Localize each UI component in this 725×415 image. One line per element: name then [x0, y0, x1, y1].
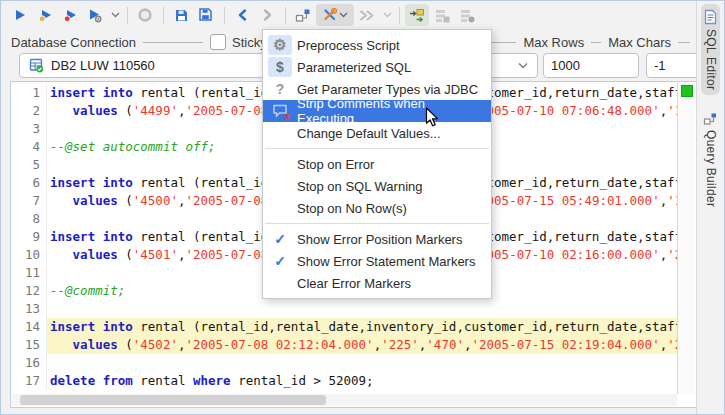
line-number: 1: [12, 84, 47, 102]
line-number: 15: [12, 336, 47, 354]
code-text: [47, 354, 677, 372]
skip-statements-icon: [355, 4, 379, 26]
line-number: 6: [12, 174, 47, 192]
toolbar-separator: [163, 7, 164, 24]
menu-icon-spacer: [268, 198, 292, 218]
max-rows-input[interactable]: [543, 53, 639, 78]
chevron-down-icon: [518, 62, 528, 69]
question-icon: ?: [268, 79, 292, 99]
save-icon[interactable]: [169, 4, 193, 26]
gear-icon: ⚙: [268, 35, 292, 55]
line-number: 11: [12, 264, 47, 282]
code-text: delete from rental where rental_id > 520…: [47, 372, 677, 390]
code-line-16[interactable]: 16: [12, 354, 677, 372]
menu-item-label: Parameterized SQL: [297, 60, 411, 75]
run-current-icon[interactable]: [33, 4, 57, 26]
menu-item-parameterized-sql[interactable]: $Parameterized SQL: [263, 56, 491, 78]
save-as-icon[interactable]: [194, 4, 218, 26]
menu-item-label: Stop on SQL Warning: [297, 179, 423, 194]
line-number: 14: [12, 318, 47, 336]
tab-query-builder[interactable]: Query Builder: [701, 107, 720, 212]
tab-query-builder-label: Query Builder: [704, 130, 718, 207]
toolbar-separator: [285, 7, 286, 24]
code-line-15[interactable]: 15 values ('4502','2005-07-08 02:12:04.0…: [12, 336, 677, 354]
horizontal-scrollbar[interactable]: [12, 394, 677, 406]
line-number: 13: [12, 300, 47, 318]
menu-item-preprocess-script[interactable]: ⚙Preprocess Script: [263, 34, 491, 56]
code-text: [47, 300, 677, 318]
toolbar-separator: [127, 7, 128, 24]
next-statement-icon: [255, 4, 279, 26]
menu-separator: [265, 148, 489, 149]
database-connection-icon: [29, 58, 44, 73]
checkmark-icon: ✓: [268, 251, 292, 271]
run-with-settings-icon[interactable]: [83, 4, 107, 26]
sql-editor-window: Database Connection Sticky Max Rows Max …: [0, 0, 725, 415]
database-connection-label: Database Connection: [11, 35, 136, 50]
code-line-14[interactable]: 14insert into rental (rental_id,rental_d…: [12, 318, 677, 336]
run-script-icon[interactable]: [8, 4, 32, 26]
code-line-13[interactable]: 13: [12, 300, 677, 318]
right-tab-strip: SQL Editor Query Builder: [696, 1, 724, 414]
red-x-icon: ✗: [283, 112, 291, 122]
menu-item-show-error-position-markers[interactable]: ✓Show Error Position Markers: [263, 228, 491, 250]
menu-item-label: Get Parameter Types via JDBC: [297, 82, 478, 97]
code-text-highlighted: values ('4502','2005-07-08 02:12:04.000'…: [47, 336, 677, 354]
dollar-icon: $: [268, 57, 292, 77]
tab-sql-editor[interactable]: SQL Editor: [701, 4, 720, 95]
line-number: 2: [12, 102, 47, 120]
menu-icon-spacer: [268, 154, 292, 174]
group-line: [143, 42, 203, 43]
menu-icon-spacer: [268, 123, 292, 143]
auto-commit-toggle-icon[interactable]: [405, 4, 429, 26]
menu-separator: [265, 223, 489, 224]
previous-statement-icon[interactable]: [230, 4, 254, 26]
stop-icon: [133, 4, 157, 26]
line-number: 5: [12, 156, 47, 174]
menu-item-label: Change Default Values...: [297, 126, 441, 141]
overview-ruler: [677, 83, 695, 394]
gear-icon: ⚙: [273, 36, 286, 54]
line-number: 8: [12, 210, 47, 228]
line-number: 10: [12, 246, 47, 264]
fetch-options-icon: [455, 4, 479, 26]
sql-editor-doc-icon: [703, 9, 718, 25]
explain-plan-icon[interactable]: [291, 4, 315, 26]
menu-item-stop-on-no-row-s[interactable]: Stop on No Row(s): [263, 197, 491, 219]
menu-item-label: Strip Comments when Executing: [297, 96, 481, 126]
menu-item-label: Stop on No Row(s): [297, 201, 407, 216]
sticky-checkbox[interactable]: [210, 34, 226, 50]
main-toolbar: [1, 1, 696, 29]
toolbar-separator: [224, 7, 225, 24]
code-line-17[interactable]: 17delete from rental where rental_id > 5…: [12, 372, 677, 390]
chevron-down-icon: [339, 12, 348, 18]
run-options-chevron-icon[interactable]: [109, 4, 121, 26]
menu-icon-spacer: [268, 176, 292, 196]
menu-item-label: Show Error Position Markers: [297, 232, 462, 247]
group-line: [591, 42, 601, 43]
skip-options-chevron-icon: [381, 4, 393, 26]
question-icon: ?: [276, 81, 285, 97]
max-chars-input[interactable]: [646, 53, 702, 78]
toolbar-separator: [399, 7, 400, 24]
connection-value: DB2 LUW 110560: [51, 58, 155, 73]
menu-item-strip-comments-when-executing[interactable]: ✗Strip Comments when Executing: [263, 100, 491, 122]
line-number: 17: [12, 372, 47, 390]
menu-item-stop-on-error[interactable]: Stop on Error: [263, 153, 491, 175]
menu-item-show-error-statement-markers[interactable]: ✓Show Error Statement Markers: [263, 250, 491, 272]
run-to-error-icon[interactable]: [58, 4, 82, 26]
menu-item-label: Stop on Error: [297, 157, 374, 172]
sql-executor-options-button[interactable]: [316, 4, 354, 26]
sql-executor-options-menu: ⚙Preprocess Script$Parameterized SQL?Get…: [262, 29, 492, 299]
line-number: 12: [12, 282, 47, 300]
horizontal-scrollbar-thumb[interactable]: [20, 395, 326, 405]
code-text-highlighted: insert into rental (rental_id,rental_dat…: [47, 318, 677, 336]
menu-item-clear-error-markers[interactable]: Clear Error Markers: [263, 272, 491, 294]
save-results-icon: [430, 4, 454, 26]
line-number: 7: [12, 192, 47, 210]
menu-icon-spacer: [268, 273, 292, 293]
menu-item-label: Clear Error Markers: [297, 276, 411, 291]
line-number: 9: [12, 228, 47, 246]
menu-item-stop-on-sql-warning[interactable]: Stop on SQL Warning: [263, 175, 491, 197]
no-errors-indicator: [681, 85, 693, 97]
